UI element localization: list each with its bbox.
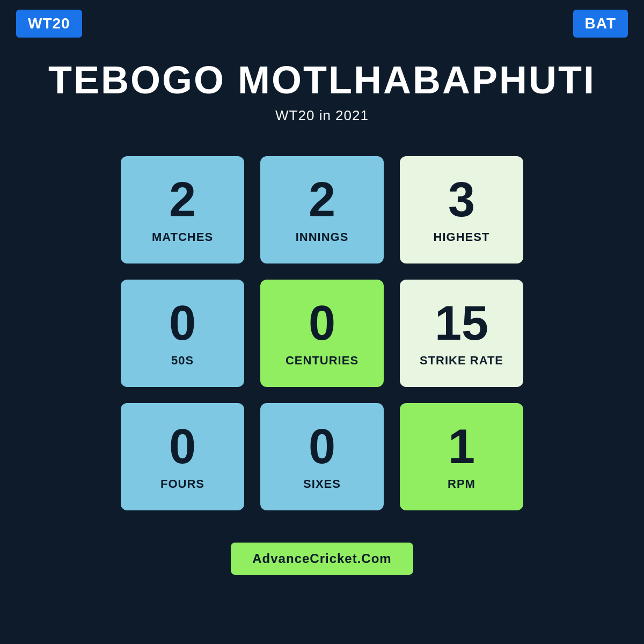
stat-value-6: 0 — [169, 422, 196, 471]
stat-value-4: 0 — [309, 299, 335, 347]
stat-card-3: 050s — [121, 280, 244, 387]
stat-value-7: 0 — [309, 422, 335, 471]
stats-grid: 2Matches2Innings3Highest050s0CENTURIES15… — [121, 156, 523, 510]
stat-card-7: 0Sixes — [260, 403, 384, 510]
stat-label-8: RPM — [448, 477, 475, 491]
stat-card-5: 15Strike Rate — [400, 280, 523, 387]
stat-card-1: 2Innings — [260, 156, 384, 264]
stat-card-2: 3Highest — [400, 156, 523, 264]
stat-label-2: Highest — [434, 230, 490, 244]
stat-card-0: 2Matches — [121, 156, 244, 264]
stat-label-4: CENTURIES — [286, 354, 358, 368]
stat-value-1: 2 — [309, 175, 335, 224]
stat-value-0: 2 — [169, 175, 196, 224]
bat-badge: BAT — [573, 10, 628, 38]
stat-label-5: Strike Rate — [420, 354, 503, 368]
stat-label-1: Innings — [296, 230, 349, 244]
stat-label-3: 50s — [171, 354, 194, 368]
subtitle: WT20 in 2021 — [275, 107, 369, 124]
wt20-badge: WT20 — [16, 10, 82, 38]
stat-card-6: 0Fours — [121, 403, 244, 510]
stat-value-5: 15 — [435, 299, 488, 347]
stat-label-0: Matches — [152, 230, 213, 244]
stat-card-4: 0CENTURIES — [260, 280, 384, 387]
top-bar: WT20 BAT — [0, 0, 644, 47]
player-name: TEBOGO MOTLHABAPHUTI — [48, 58, 596, 102]
stat-label-6: Fours — [160, 477, 204, 491]
stat-value-8: 1 — [448, 422, 475, 471]
stat-value-2: 3 — [448, 175, 475, 224]
main-content: TEBOGO MOTLHABAPHUTI WT20 in 2021 2Match… — [0, 47, 644, 644]
stat-label-7: Sixes — [303, 477, 341, 491]
stat-card-8: 1RPM — [400, 403, 523, 510]
stat-value-3: 0 — [169, 299, 196, 347]
footer-link[interactable]: AdvanceCricket.Com — [231, 543, 413, 575]
